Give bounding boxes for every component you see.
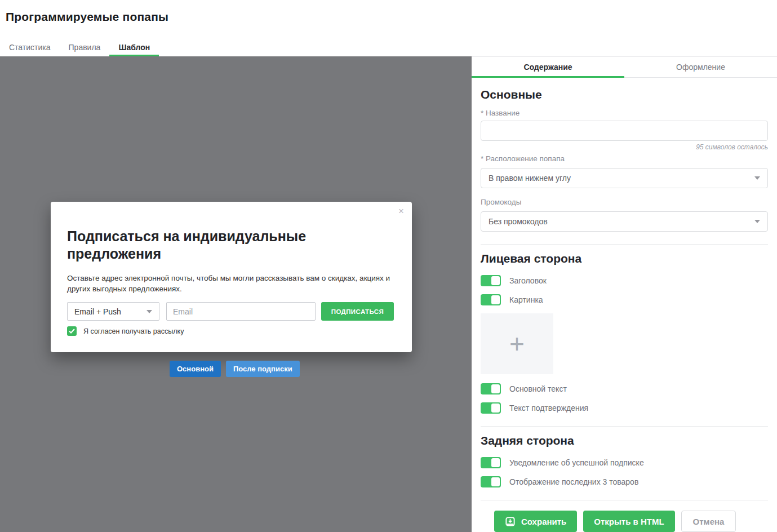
close-icon[interactable]: × (398, 206, 404, 216)
image-upload-dropzone[interactable]: + (481, 313, 553, 374)
header-toggle[interactable] (481, 275, 501, 286)
tab-content[interactable]: Содержание (472, 57, 624, 77)
toggle-knob (491, 477, 500, 486)
subscription-popup-preview: × Подписаться на индивидуальные предложе… (51, 202, 412, 352)
plus-icon: + (509, 331, 525, 357)
subscribe-button[interactable]: ПОДПИСАТЬСЯ (321, 302, 394, 321)
chevron-down-icon (146, 310, 152, 313)
divider (481, 426, 768, 427)
cancel-button[interactable]: Отмена (681, 511, 736, 532)
save-icon (505, 516, 516, 527)
popup-description: Оставьте адрес электронной почты, чтобы … (67, 273, 397, 294)
tab-template[interactable]: Шаблон (109, 38, 159, 56)
divider (481, 244, 768, 245)
panel-footer: Сохранить Открыть в HTML Отмена (481, 511, 768, 532)
open-html-button[interactable]: Открыть в HTML (583, 511, 674, 532)
toggle-row-header: Заголовок (481, 275, 768, 286)
position-label: * Расположение попапа (481, 154, 768, 163)
panel-tabs: Содержание Оформление (472, 57, 777, 78)
save-button[interactable]: Сохранить (494, 511, 577, 532)
tab-rules[interactable]: Правила (60, 38, 110, 56)
tab-statistics[interactable]: Статистика (0, 38, 60, 56)
channel-select[interactable]: Email + Push (67, 302, 159, 321)
consent-checkbox[interactable] (67, 326, 77, 336)
toggle-row-image: Картинка (481, 294, 768, 305)
image-toggle[interactable] (481, 294, 501, 305)
view-main-button[interactable]: Основной (170, 361, 221, 377)
toggle-knob (491, 384, 500, 393)
main-tabs: Статистика Правила Шаблон (0, 38, 159, 56)
divider (481, 500, 768, 500)
position-select[interactable]: В правом нижнем углу (481, 168, 768, 188)
toggle-label: Картинка (509, 295, 543, 304)
consent-label: Я согласен получать рассылку (83, 327, 184, 335)
toggle-row-main-text: Основной текст (481, 383, 768, 394)
section-heading-front: Лицевая сторона (481, 252, 768, 265)
check-icon (69, 329, 75, 334)
chevron-down-icon (754, 176, 760, 180)
toggle-knob (491, 276, 500, 285)
save-button-label: Сохранить (521, 517, 566, 526)
name-label: * Название (481, 109, 768, 117)
position-select-value: В правом нижнем углу (489, 174, 571, 183)
email-field[interactable] (166, 302, 316, 321)
app-header: Программируемые попапы Статистика Правил… (0, 0, 777, 56)
section-heading-back: Задняя сторона (481, 434, 768, 447)
toggle-label: Заголовок (509, 276, 547, 285)
chevron-down-icon (754, 220, 760, 223)
success-note-toggle[interactable] (481, 457, 501, 468)
promo-select[interactable]: Без промокодов (481, 211, 768, 232)
toggle-knob (491, 458, 500, 467)
consent-row: Я согласен получать рассылку (67, 326, 184, 336)
toggle-knob (491, 404, 500, 413)
popup-title: Подписаться на индивидуальные предложени… (67, 228, 383, 263)
toggle-label: Отображение последних 3 товаров (509, 477, 638, 486)
toggle-row-success-note: Уведомление об успешной подписке (481, 457, 768, 468)
toggle-knob (491, 295, 500, 304)
settings-panel: Содержание Оформление Основные * Названи… (472, 56, 777, 532)
popup-view-switch: Основной После подписки (170, 361, 300, 377)
toggle-row-confirm-text: Текст подтверждения (481, 402, 768, 414)
page-title: Программируемые попапы (6, 10, 168, 24)
toggle-row-last-products: Отображение последних 3 товаров (481, 476, 768, 487)
toggle-label: Текст подтверждения (509, 404, 588, 413)
channel-select-value: Email + Push (74, 307, 121, 316)
toggle-label: Основной текст (509, 384, 567, 393)
view-after-subscribe-button[interactable]: После подписки (226, 361, 300, 377)
section-heading-basics: Основные (481, 88, 768, 101)
name-input[interactable] (481, 121, 768, 141)
panel-body: Основные * Название 95 символов осталось… (472, 78, 777, 532)
last-products-toggle[interactable] (481, 476, 501, 487)
chars-remaining-hint: 95 символов осталось (481, 143, 768, 151)
promo-label: Промокоды (481, 198, 768, 206)
popup-preview-area: × Подписаться на индивидуальные предложе… (0, 56, 472, 532)
tab-design[interactable]: Оформление (624, 57, 777, 77)
popup-subscribe-form: Email + Push ПОДПИСАТЬСЯ (67, 302, 397, 321)
toggle-label: Уведомление об успешной подписке (509, 458, 644, 467)
confirm-text-toggle[interactable] (481, 402, 501, 414)
promo-select-value: Без промокодов (489, 217, 548, 226)
main-text-toggle[interactable] (481, 383, 501, 394)
